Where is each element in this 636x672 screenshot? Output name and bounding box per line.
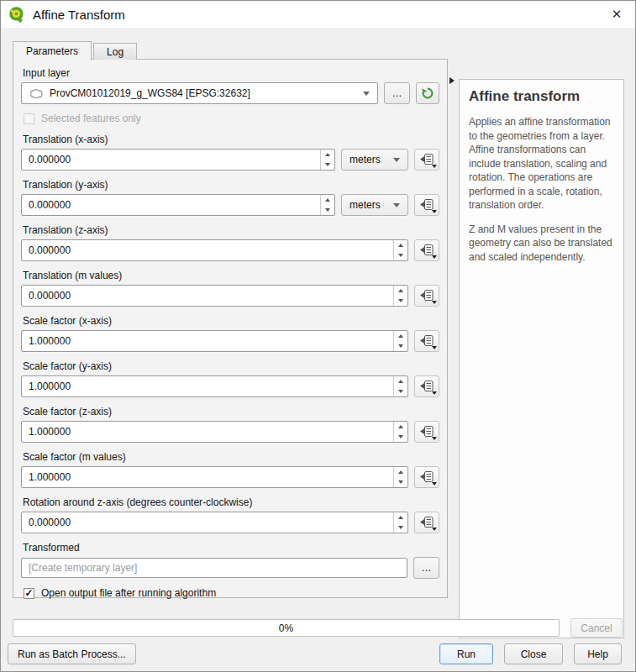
data-defined-override-button[interactable] (414, 194, 439, 216)
data-defined-override-button[interactable] (414, 512, 439, 533)
spinner-buttons (320, 150, 334, 170)
parameter-label: Translation (z-axis) (23, 224, 439, 236)
spin-up-icon[interactable] (394, 467, 407, 477)
data-defined-override-button[interactable] (414, 466, 439, 488)
parameter-field-group: Translation (y-axis) meters (21, 179, 439, 216)
spin-down-icon[interactable] (321, 205, 334, 215)
parameter-field-group: Translation (x-axis) meters (21, 134, 439, 171)
dropdown-corner-icon (432, 528, 437, 531)
spin-down-icon[interactable] (394, 522, 407, 533)
spinbox-input[interactable] (22, 195, 320, 215)
spin-down-icon[interactable] (321, 160, 334, 170)
unit-combo-value: meters (350, 154, 381, 165)
number-spinbox (21, 239, 408, 261)
title-bar: Affine Transform ✕ (1, 1, 635, 28)
unit-combo[interactable]: meters (341, 194, 408, 216)
spin-up-icon[interactable] (394, 422, 407, 432)
close-button[interactable]: Close (504, 643, 563, 664)
collapse-help-panel-icon[interactable] (449, 77, 455, 84)
number-spinbox (21, 194, 335, 216)
spin-down-icon[interactable] (394, 432, 407, 442)
open-output-checkbox[interactable] (24, 588, 34, 599)
help-paragraph: Applies an affine transformation to the … (469, 115, 614, 213)
affine-transform-dialog: Affine Transform ✕ Parameters Log Input … (0, 0, 636, 672)
spinbox-input[interactable] (22, 331, 393, 351)
parameter-label: Translation (x-axis) (23, 134, 439, 145)
number-spinbox (21, 466, 408, 488)
unit-combo-value: meters (350, 199, 381, 211)
parameter-field-group: Rotation around z-axis (degrees counter-… (21, 496, 439, 533)
parameter-field-group: Translation (m values) (21, 270, 439, 307)
help-paragraph: Z and M values present in the geometry c… (469, 223, 614, 265)
spinner-buttons (393, 467, 407, 487)
number-spinbox (21, 375, 408, 397)
data-defined-override-button[interactable] (414, 375, 439, 397)
parameter-label: Rotation around z-axis (degrees counter-… (23, 496, 439, 508)
parameter-field-group: Scale factor (m values) (21, 451, 439, 488)
close-icon[interactable]: ✕ (598, 1, 635, 28)
spin-up-icon[interactable] (394, 240, 407, 250)
spin-up-icon[interactable] (394, 286, 407, 296)
parameter-field-group: Scale factor (z-axis) (21, 406, 439, 443)
spin-up-icon[interactable] (321, 150, 334, 160)
spinbox-input[interactable] (22, 512, 393, 533)
cancel-button: Cancel (570, 618, 623, 638)
parameter-label: Scale factor (m values) (23, 451, 439, 463)
dropdown-corner-icon (432, 482, 437, 486)
tab-parameters[interactable]: Parameters (13, 41, 92, 60)
spin-up-icon[interactable] (394, 331, 407, 341)
window-title: Affine Transform (33, 8, 125, 22)
spin-down-icon[interactable] (394, 477, 407, 487)
data-defined-override-button[interactable] (414, 149, 439, 171)
transformed-browse-button[interactable]: … (413, 557, 439, 579)
parameter-label: Translation (m values) (23, 270, 439, 281)
spinbox-input[interactable] (22, 286, 393, 306)
parameter-label: Scale factor (y-axis) (23, 360, 439, 372)
selected-features-checkbox (24, 113, 34, 124)
spinner-buttons (393, 376, 407, 396)
input-layer-value: ProvCM01012019_g_WGS84 [EPSG:32632] (50, 87, 250, 99)
spinbox-input[interactable] (22, 422, 393, 442)
data-defined-override-button[interactable] (414, 285, 439, 307)
input-layer-combo[interactable]: ProvCM01012019_g_WGS84 [EPSG:32632] (21, 82, 378, 104)
spinbox-input[interactable] (22, 467, 393, 487)
selected-features-row: Selected features only (24, 112, 439, 125)
dropdown-corner-icon (432, 255, 437, 259)
help-button[interactable]: Help (574, 643, 622, 664)
spinner-buttons (393, 422, 407, 442)
spin-up-icon[interactable] (394, 512, 407, 522)
spinner-buttons (393, 286, 407, 306)
spinner-buttons (393, 331, 407, 351)
iterate-icon (421, 87, 434, 100)
input-layer-browse-button[interactable]: … (384, 82, 410, 104)
spin-up-icon[interactable] (394, 376, 407, 386)
selected-features-label: Selected features only (41, 113, 141, 124)
spin-down-icon[interactable] (394, 341, 407, 351)
data-defined-override-button[interactable] (414, 421, 439, 443)
transformed-group: Transformed … (21, 542, 439, 579)
spinbox-input[interactable] (22, 150, 320, 170)
dropdown-corner-icon (432, 346, 437, 349)
iterate-over-layer-button[interactable] (416, 82, 439, 104)
tab-log[interactable]: Log (93, 43, 137, 60)
dropdown-corner-icon (432, 391, 437, 395)
unit-combo[interactable]: meters (341, 149, 408, 171)
data-defined-override-button[interactable] (414, 330, 439, 352)
parameter-field-group: Scale factor (x-axis) (21, 315, 439, 352)
spin-down-icon[interactable] (394, 250, 407, 260)
data-defined-override-button[interactable] (414, 239, 439, 261)
run-button[interactable]: Run (439, 643, 493, 664)
parameter-label: Translation (y-axis) (23, 179, 439, 191)
spin-up-icon[interactable] (321, 195, 334, 205)
chevron-down-icon (393, 158, 400, 162)
spin-down-icon[interactable] (394, 296, 407, 306)
spinbox-input[interactable] (22, 376, 393, 396)
transformed-output-input[interactable] (21, 558, 407, 578)
open-output-row: Open output file after running algorithm (24, 586, 439, 600)
spinbox-input[interactable] (22, 240, 393, 260)
spin-down-icon[interactable] (394, 386, 407, 396)
dropdown-corner-icon (432, 165, 437, 168)
dropdown-corner-icon (432, 210, 437, 213)
parameter-fields: Translation (x-axis) meters (21, 134, 439, 533)
run-as-batch-button[interactable]: Run as Batch Process... (8, 643, 136, 664)
